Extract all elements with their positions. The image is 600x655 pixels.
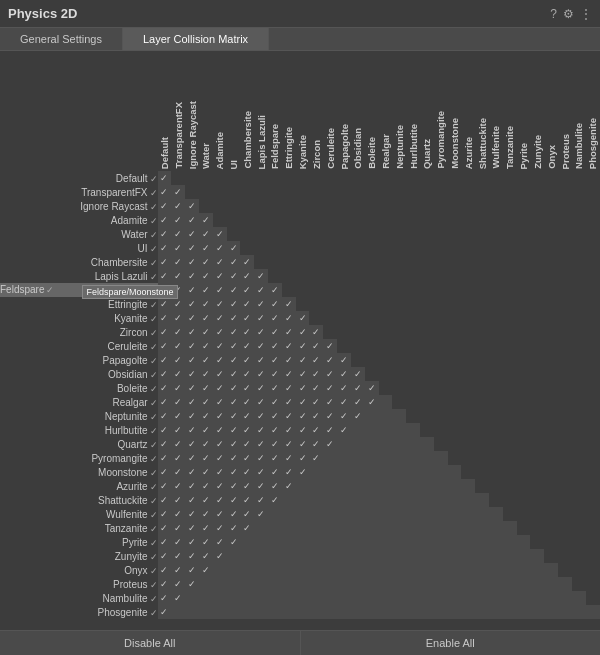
cell-29-9[interactable]: [282, 577, 296, 591]
cell-26-21[interactable]: [448, 535, 462, 549]
cell-24-7[interactable]: [254, 507, 268, 521]
cell-23-12[interactable]: [323, 493, 337, 507]
tab-general-settings[interactable]: General Settings: [0, 28, 123, 50]
cell-29-17[interactable]: [392, 577, 406, 591]
cell-10-7[interactable]: [254, 311, 268, 325]
cell-25-25[interactable]: [503, 521, 517, 535]
cell-22-2[interactable]: [185, 479, 199, 493]
cell-29-23[interactable]: [475, 577, 489, 591]
cell-31-3[interactable]: [199, 605, 213, 619]
cell-25-14[interactable]: [351, 521, 365, 535]
cell-21-19[interactable]: [420, 465, 434, 479]
cell-20-10[interactable]: [296, 451, 310, 465]
row-toggle-25[interactable]: ✓: [150, 524, 158, 534]
cell-30-13[interactable]: [337, 591, 351, 605]
cell-28-6[interactable]: [240, 563, 254, 577]
cell-27-15[interactable]: [365, 549, 379, 563]
row-toggle-17[interactable]: ✓: [150, 412, 158, 422]
cell-16-13[interactable]: [337, 395, 351, 409]
cell-15-12[interactable]: [323, 381, 337, 395]
cell-6-6[interactable]: [240, 255, 254, 269]
settings-icon[interactable]: ⚙: [563, 7, 574, 21]
cell-6-1[interactable]: [171, 255, 185, 269]
cell-27-21[interactable]: [448, 549, 462, 563]
cell-22-14[interactable]: [351, 479, 365, 493]
cell-7-6[interactable]: [240, 269, 254, 283]
cell-15-14[interactable]: [351, 381, 365, 395]
cell-29-29[interactable]: [558, 577, 572, 591]
cell-21-12[interactable]: [323, 465, 337, 479]
cell-30-1[interactable]: [171, 591, 185, 605]
cell-18-15[interactable]: [365, 423, 379, 437]
cell-7-7[interactable]: [254, 269, 268, 283]
cell-31-25[interactable]: [503, 605, 517, 619]
cell-10-4[interactable]: [213, 311, 227, 325]
cell-24-2[interactable]: [185, 507, 199, 521]
cell-14-3[interactable]: [199, 367, 213, 381]
cell-30-18[interactable]: [406, 591, 420, 605]
cell-21-10[interactable]: [296, 465, 310, 479]
cell-23-4[interactable]: [213, 493, 227, 507]
cell-26-20[interactable]: [434, 535, 448, 549]
cell-31-2[interactable]: [185, 605, 199, 619]
cell-31-0[interactable]: [158, 605, 172, 619]
cell-29-20[interactable]: [434, 577, 448, 591]
cell-14-1[interactable]: [171, 367, 185, 381]
cell-12-4[interactable]: [213, 339, 227, 353]
cell-28-25[interactable]: [503, 563, 517, 577]
cell-6-2[interactable]: [185, 255, 199, 269]
cell-21-15[interactable]: [365, 465, 379, 479]
cell-25-7[interactable]: [254, 521, 268, 535]
cell-23-18[interactable]: [406, 493, 420, 507]
cell-14-10[interactable]: [296, 367, 310, 381]
cell-17-1[interactable]: [171, 409, 185, 423]
cell-25-19[interactable]: [420, 521, 434, 535]
cell-23-20[interactable]: [434, 493, 448, 507]
cell-13-10[interactable]: [296, 353, 310, 367]
cell-15-0[interactable]: [158, 381, 172, 395]
cell-18-6[interactable]: [240, 423, 254, 437]
row-toggle-30[interactable]: ✓: [150, 594, 158, 604]
cell-29-24[interactable]: [489, 577, 503, 591]
cell-27-17[interactable]: [392, 549, 406, 563]
cell-26-16[interactable]: [379, 535, 393, 549]
cell-8-2[interactable]: [185, 283, 199, 297]
cell-31-7[interactable]: [254, 605, 268, 619]
cell-10-1[interactable]: [171, 311, 185, 325]
cell-20-2[interactable]: [185, 451, 199, 465]
cell-19-18[interactable]: [406, 437, 420, 451]
cell-22-19[interactable]: [420, 479, 434, 493]
cell-19-13[interactable]: [337, 437, 351, 451]
cell-26-18[interactable]: [406, 535, 420, 549]
cell-26-24[interactable]: [489, 535, 503, 549]
cell-25-0[interactable]: [158, 521, 172, 535]
cell-12-8[interactable]: [268, 339, 282, 353]
cell-30-17[interactable]: [392, 591, 406, 605]
cell-16-9[interactable]: [282, 395, 296, 409]
cell-16-11[interactable]: [309, 395, 323, 409]
cell-14-5[interactable]: [227, 367, 241, 381]
menu-icon[interactable]: ⋮: [580, 7, 592, 21]
cell-20-5[interactable]: [227, 451, 241, 465]
cell-15-1[interactable]: [171, 381, 185, 395]
cell-27-0[interactable]: [158, 549, 172, 563]
cell-1-1[interactable]: [171, 185, 185, 199]
cell-30-6[interactable]: [240, 591, 254, 605]
cell-31-1[interactable]: [171, 605, 185, 619]
cell-31-4[interactable]: [213, 605, 227, 619]
cell-24-10[interactable]: [296, 507, 310, 521]
cell-6-4[interactable]: [213, 255, 227, 269]
cell-2-1[interactable]: [171, 199, 185, 213]
cell-19-12[interactable]: [323, 437, 337, 451]
matrix-scroll-area[interactable]: DefaultTransparentFXIgnore RaycastWaterA…: [0, 51, 600, 630]
cell-17-8[interactable]: [268, 409, 282, 423]
cell-14-9[interactable]: [282, 367, 296, 381]
cell-28-10[interactable]: [296, 563, 310, 577]
cell-29-28[interactable]: [544, 577, 558, 591]
cell-31-27[interactable]: [530, 605, 544, 619]
cell-25-12[interactable]: [323, 521, 337, 535]
cell-5-5[interactable]: [227, 241, 241, 255]
cell-29-2[interactable]: [185, 577, 199, 591]
cell-5-4[interactable]: [213, 241, 227, 255]
cell-9-7[interactable]: [254, 297, 268, 311]
